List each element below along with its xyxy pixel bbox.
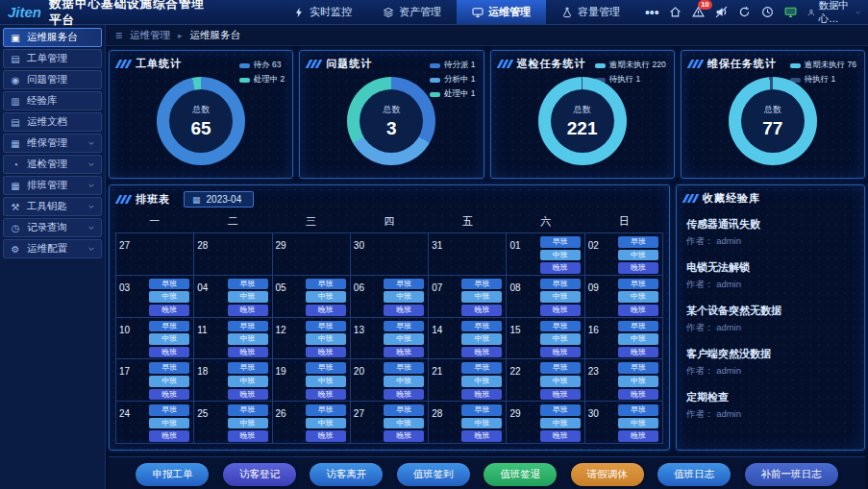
shift-badge-1[interactable]: 中班 (228, 333, 268, 345)
shift-badge-0[interactable]: 早班 (306, 279, 346, 290)
shift-badge-1[interactable]: 中班 (461, 333, 502, 345)
knowledge-item-0[interactable]: 传感器通讯失败作者： admin (686, 211, 855, 255)
calendar-day-03[interactable]: 03早班中班晚班 (116, 276, 194, 318)
calendar-day-06[interactable]: 06早班中班晚班 (351, 276, 429, 318)
shift-badge-1[interactable]: 中班 (540, 291, 581, 303)
calendar-day-21[interactable]: 21早班中班晚班 (429, 359, 507, 402)
shift-badge-0[interactable]: 早班 (618, 321, 658, 332)
shift-badge-0[interactable]: 早班 (540, 321, 581, 332)
action-button-2[interactable]: 访客离开 (310, 463, 383, 486)
shift-badge-2[interactable]: 晚班 (540, 430, 581, 442)
shift-badge-2[interactable]: 晚班 (306, 430, 346, 442)
shift-badge-1[interactable]: 中班 (306, 333, 346, 345)
shift-badge-2[interactable]: 晚班 (149, 305, 189, 316)
calendar-day-27[interactable]: 27 (116, 233, 194, 276)
calendar-day-19[interactable]: 19早班中班晚班 (273, 359, 351, 402)
calendar-day-14[interactable]: 14早班中班晚班 (429, 318, 507, 360)
shift-badge-0[interactable]: 早班 (149, 404, 189, 416)
shift-badge-2[interactable]: 晚班 (461, 389, 502, 401)
knowledge-item-1[interactable]: 电锁无法解锁作者： admin (686, 255, 855, 298)
shift-badge-1[interactable]: 中班 (618, 333, 658, 345)
mute-horn-icon[interactable] (715, 6, 728, 18)
shift-badge-2[interactable]: 晚班 (228, 430, 268, 442)
calendar-day-08[interactable]: 08早班中班晚班 (507, 276, 584, 318)
shift-badge-0[interactable]: 早班 (149, 321, 189, 332)
shift-badge-0[interactable]: 早班 (618, 279, 658, 290)
action-button-5[interactable]: 请假调休 (571, 463, 644, 486)
action-button-4[interactable]: 值班签退 (484, 463, 557, 486)
shift-badge-1[interactable]: 中班 (540, 418, 581, 429)
sidebar-item-4[interactable]: ▤运维文档 (3, 112, 102, 132)
shift-badge-2[interactable]: 晚班 (540, 305, 581, 316)
shift-badge-2[interactable]: 晚班 (149, 430, 189, 442)
shift-badge-0[interactable]: 早班 (228, 279, 268, 290)
shift-badge-1[interactable]: 中班 (149, 291, 189, 303)
sidebar-item-2[interactable]: ◉问题管理 (3, 70, 102, 89)
shift-badge-2[interactable]: 晚班 (540, 347, 581, 358)
shift-badge-0[interactable]: 早班 (228, 362, 268, 374)
shift-badge-1[interactable]: 中班 (540, 250, 581, 261)
shift-badge-2[interactable]: 晚班 (618, 305, 658, 316)
shift-badge-1[interactable]: 中班 (461, 291, 502, 303)
shift-badge-1[interactable]: 中班 (384, 291, 424, 303)
calendar-day-18[interactable]: 18早班中班晚班 (194, 359, 272, 402)
shift-badge-2[interactable]: 晚班 (461, 305, 502, 316)
sidebar-item-10[interactable]: ⚙运维配置 (3, 239, 102, 258)
calendar-day-29[interactable]: 29早班中班晚班 (507, 402, 584, 444)
shift-badge-0[interactable]: 早班 (384, 279, 424, 290)
sidebar-item-3[interactable]: ▥经验库 (3, 91, 102, 110)
shift-badge-2[interactable]: 晚班 (540, 262, 581, 274)
shift-badge-0[interactable]: 早班 (461, 362, 502, 374)
shift-badge-1[interactable]: 中班 (461, 418, 502, 429)
shift-badge-2[interactable]: 晚班 (228, 389, 268, 401)
shift-badge-0[interactable]: 早班 (384, 362, 424, 374)
shift-badge-0[interactable]: 早班 (540, 362, 581, 374)
shift-badge-2[interactable]: 晚班 (618, 389, 658, 401)
shift-badge-2[interactable]: 晚班 (149, 389, 189, 401)
shift-badge-2[interactable]: 晚班 (540, 389, 581, 401)
shift-badge-0[interactable]: 早班 (306, 321, 346, 332)
calendar-day-05[interactable]: 05早班中班晚班 (273, 276, 351, 318)
calendar-day-09[interactable]: 09早班中班晚班 (585, 276, 663, 318)
calendar-day-29[interactable]: 29 (273, 233, 351, 276)
shift-badge-0[interactable]: 早班 (228, 404, 268, 416)
alert-icon[interactable]: 10 (692, 6, 705, 18)
shift-badge-1[interactable]: 中班 (618, 376, 658, 387)
shift-badge-1[interactable]: 中班 (618, 250, 658, 261)
sidebar-item-6[interactable]: ◔巡检管理 (3, 155, 102, 174)
shift-badge-2[interactable]: 晚班 (306, 389, 346, 401)
calendar-day-12[interactable]: 12早班中班晚班 (273, 318, 351, 360)
clock-icon[interactable] (761, 6, 774, 18)
shift-badge-0[interactable]: 早班 (149, 279, 189, 290)
calendar-day-22[interactable]: 22早班中班晚班 (507, 359, 584, 402)
calendar-day-10[interactable]: 10早班中班晚班 (116, 318, 194, 360)
calendar-day-28[interactable]: 28 (194, 233, 272, 276)
shift-badge-1[interactable]: 中班 (228, 376, 268, 387)
calendar-day-13[interactable]: 13早班中班晚班 (351, 318, 429, 360)
shift-badge-0[interactable]: 早班 (540, 236, 581, 248)
shift-badge-2[interactable]: 晚班 (384, 430, 424, 442)
calendar-day-15[interactable]: 15早班中班晚班 (507, 318, 584, 360)
shift-badge-0[interactable]: 早班 (228, 321, 268, 332)
month-picker[interactable]: ▦ 2023-04 (184, 191, 254, 208)
calendar-day-11[interactable]: 11早班中班晚班 (194, 318, 272, 360)
shift-badge-1[interactable]: 中班 (306, 376, 346, 387)
shift-badge-1[interactable]: 中班 (618, 291, 658, 303)
knowledge-item-4[interactable]: 定期检查作者： admin (686, 384, 855, 428)
sidebar-item-0[interactable]: ▣运维服务台 (3, 28, 102, 47)
shift-badge-2[interactable]: 晚班 (618, 262, 658, 274)
shift-badge-2[interactable]: 晚班 (618, 430, 658, 442)
calendar-day-30[interactable]: 30早班中班晚班 (585, 402, 663, 444)
action-button-1[interactable]: 访客登记 (223, 463, 296, 486)
nav-item-0[interactable]: 实时监控 (278, 0, 367, 24)
sidebar-item-9[interactable]: ◷记录查询 (3, 218, 102, 237)
shift-badge-0[interactable]: 早班 (306, 362, 346, 374)
shift-badge-0[interactable]: 早班 (461, 404, 502, 416)
knowledge-item-2[interactable]: 某个设备突然无数据作者： admin (686, 298, 855, 341)
shift-badge-1[interactable]: 中班 (306, 291, 346, 303)
sidebar-collapse-icon[interactable]: ≡ (115, 29, 122, 42)
breadcrumb-parent[interactable]: 运维管理 (130, 29, 170, 42)
shift-badge-2[interactable]: 晚班 (618, 347, 658, 358)
calendar-day-01[interactable]: 01早班中班晚班 (507, 233, 584, 276)
sidebar-item-7[interactable]: ▦排班管理 (3, 176, 102, 195)
